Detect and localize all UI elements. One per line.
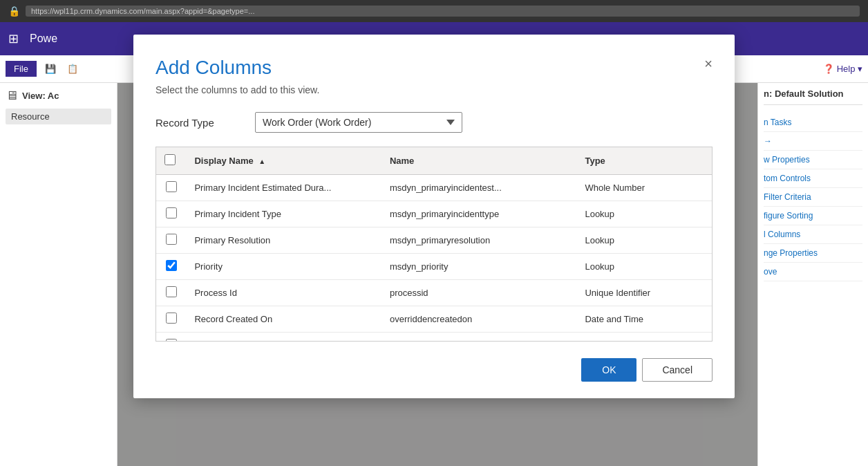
- row-name[interactable]: msdyn_primaryincidenttype: [381, 201, 576, 227]
- table-body: Primary Incident Estimated Dura...msdyn_…: [156, 175, 712, 342]
- table-row: Reported By Contactmsdyn_reportedbyconta…: [156, 333, 712, 342]
- save-icon[interactable]: 💾: [39, 64, 62, 74]
- file-tab[interactable]: File: [6, 61, 37, 77]
- header-type: Type: [576, 147, 712, 175]
- row-display-name[interactable]: Primary Incident Estimated Dura...: [186, 175, 381, 201]
- row-type: Date and Time: [576, 306, 712, 333]
- row-display-name[interactable]: Reported By Contact: [186, 333, 381, 342]
- help-link[interactable]: ❓ Help ▾: [823, 64, 862, 74]
- header-checkbox-cell: [156, 147, 186, 175]
- view-icon: 🖥: [6, 88, 18, 103]
- browser-bar: 🔒 https://wpl11p.crm.dynamics.com/main.a…: [0, 0, 868, 22]
- dialog-title: Add Columns: [155, 57, 272, 79]
- right-panel-tasks: n Tasks: [764, 113, 862, 132]
- right-panel-controls[interactable]: tom Controls: [764, 169, 862, 188]
- row-checkbox-6[interactable]: [166, 339, 177, 341]
- right-panel-arrow[interactable]: →: [764, 132, 862, 151]
- table-wrapper: Display Name ▲ Name Type Primary Inciden…: [156, 147, 712, 341]
- row-name[interactable]: msdyn_reportedbycontact: [381, 333, 576, 342]
- record-type-label: Record Type: [155, 117, 238, 129]
- view-header: 🖥 View: Ac: [6, 88, 111, 103]
- view-title: View: Ac: [22, 91, 59, 101]
- close-button[interactable]: ×: [704, 57, 713, 71]
- left-panel: 🖥 View: Ac Resource: [0, 83, 117, 466]
- record-type-row: Record Type Work Order (Work Order): [155, 112, 713, 133]
- row-checkbox-4[interactable]: [166, 286, 177, 297]
- content-area: 🖥 View: Ac Resource Add Columns × Select…: [0, 83, 868, 466]
- row-display-name[interactable]: Primary Resolution: [186, 227, 381, 254]
- table-row: Primary Incident Typemsdyn_primaryincide…: [156, 201, 712, 227]
- row-checkbox-5[interactable]: [166, 313, 177, 324]
- right-panel-title: n: Default Solution: [764, 88, 862, 105]
- sort-icon: ▲: [258, 158, 265, 165]
- right-panel-properties[interactable]: w Properties: [764, 151, 862, 169]
- sidebar-item-resource[interactable]: Resource: [6, 109, 111, 124]
- columns-table: Display Name ▲ Name Type Primary Inciden…: [156, 147, 712, 341]
- row-checkbox-2[interactable]: [166, 234, 177, 245]
- row-checkbox-cell: [156, 175, 186, 201]
- row-type: Lookup: [576, 227, 712, 254]
- table-row: Primary Incident Estimated Dura...msdyn_…: [156, 175, 712, 201]
- row-name[interactable]: msdyn_priority: [381, 254, 576, 280]
- row-type: Lookup: [576, 254, 712, 280]
- table-row: Process IdprocessidUnique Identifier: [156, 280, 712, 306]
- browser-url: https://wpl11p.crm.dynamics.com/main.asp…: [26, 6, 860, 17]
- row-name[interactable]: processid: [381, 280, 576, 306]
- waffle-icon[interactable]: ⊞: [8, 31, 19, 46]
- row-checkbox-cell: [156, 280, 186, 306]
- table-row: Record Created OnoverriddencreatedonDate…: [156, 306, 712, 333]
- add-columns-dialog: Add Columns × Select the columns to add …: [133, 35, 735, 398]
- right-panel-filter[interactable]: Filter Criteria: [764, 188, 862, 207]
- row-checkbox-1[interactable]: [166, 207, 177, 218]
- row-display-name[interactable]: Priority: [186, 254, 381, 280]
- row-name[interactable]: msdyn_primaryincidentest...: [381, 175, 576, 201]
- ok-button[interactable]: OK: [581, 358, 636, 382]
- dialog-footer: OK Cancel: [155, 358, 713, 382]
- dialog-subtitle: Select the columns to add to this view.: [155, 84, 713, 95]
- row-checkbox-cell: [156, 227, 186, 254]
- header-display-name: Display Name ▲: [186, 147, 381, 175]
- right-panel-remove[interactable]: ove: [764, 263, 862, 281]
- dialog-header: Add Columns ×: [155, 57, 713, 79]
- cancel-button[interactable]: Cancel: [642, 358, 713, 382]
- row-type: Unique Identifier: [576, 280, 712, 306]
- table-row: Prioritymsdyn_priorityLookup: [156, 254, 712, 280]
- row-type: Lookup: [576, 333, 712, 342]
- row-type: Lookup: [576, 201, 712, 227]
- right-panel-sorting[interactable]: figure Sorting: [764, 207, 862, 225]
- row-checkbox-cell: [156, 201, 186, 227]
- main-content: Add Columns × Select the columns to add …: [117, 83, 757, 466]
- row-display-name[interactable]: Primary Incident Type: [186, 201, 381, 227]
- header-name: Name: [381, 147, 576, 175]
- row-checkbox-3[interactable]: [166, 260, 177, 271]
- right-panel: n: Default Solution n Tasks → w Properti…: [757, 83, 868, 466]
- right-panel-change-props[interactable]: nge Properties: [764, 244, 862, 263]
- table-row: Primary Resolutionmsdyn_primaryresolutio…: [156, 227, 712, 254]
- select-all-checkbox[interactable]: [164, 154, 176, 165]
- row-display-name[interactable]: Record Created On: [186, 306, 381, 333]
- row-checkbox-cell: [156, 254, 186, 280]
- app-title: Powe: [30, 32, 57, 45]
- columns-table-container: Display Name ▲ Name Type Primary Inciden…: [155, 147, 713, 342]
- record-type-select[interactable]: Work Order (Work Order): [255, 112, 462, 133]
- row-type: Whole Number: [576, 175, 712, 201]
- save-as-icon[interactable]: 📋: [64, 64, 81, 74]
- row-checkbox-cell: [156, 306, 186, 333]
- table-header: Display Name ▲ Name Type: [156, 147, 712, 175]
- row-checkbox-cell: [156, 333, 186, 342]
- right-panel-columns[interactable]: l Columns: [764, 225, 862, 244]
- row-display-name[interactable]: Process Id: [186, 280, 381, 306]
- row-checkbox-0[interactable]: [166, 181, 177, 192]
- lock-icon: 🔒: [8, 6, 20, 17]
- app-background: 🔒 https://wpl11p.crm.dynamics.com/main.a…: [0, 0, 868, 466]
- row-name[interactable]: msdyn_primaryresolution: [381, 227, 576, 254]
- row-name[interactable]: overriddencreatedon: [381, 306, 576, 333]
